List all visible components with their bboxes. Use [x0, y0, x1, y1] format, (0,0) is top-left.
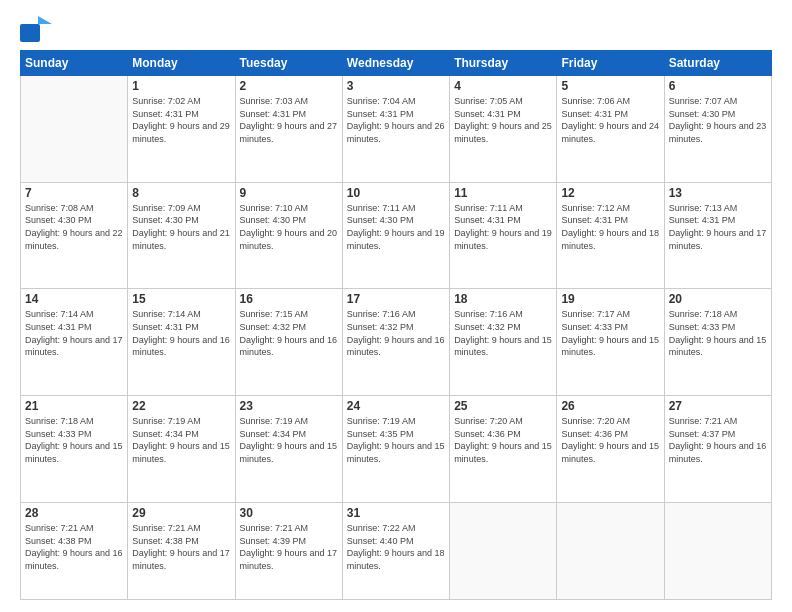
day-info: Sunrise: 7:22 AM Sunset: 4:40 PM Dayligh…: [347, 522, 445, 572]
day-info: Sunrise: 7:19 AM Sunset: 4:34 PM Dayligh…: [132, 415, 230, 465]
day-number: 11: [454, 186, 552, 200]
weekday-header-sunday: Sunday: [21, 51, 128, 76]
day-number: 17: [347, 292, 445, 306]
day-info: Sunrise: 7:04 AM Sunset: 4:31 PM Dayligh…: [347, 95, 445, 145]
day-info: Sunrise: 7:03 AM Sunset: 4:31 PM Dayligh…: [240, 95, 338, 145]
calendar-cell: 30Sunrise: 7:21 AM Sunset: 4:39 PM Dayli…: [235, 502, 342, 599]
day-number: 12: [561, 186, 659, 200]
weekday-header-monday: Monday: [128, 51, 235, 76]
day-info: Sunrise: 7:13 AM Sunset: 4:31 PM Dayligh…: [669, 202, 767, 252]
calendar-cell: 18Sunrise: 7:16 AM Sunset: 4:32 PM Dayli…: [450, 289, 557, 396]
day-number: 9: [240, 186, 338, 200]
day-info: Sunrise: 7:18 AM Sunset: 4:33 PM Dayligh…: [25, 415, 123, 465]
day-number: 15: [132, 292, 230, 306]
calendar-week-row: 7Sunrise: 7:08 AM Sunset: 4:30 PM Daylig…: [21, 182, 772, 289]
day-info: Sunrise: 7:15 AM Sunset: 4:32 PM Dayligh…: [240, 308, 338, 358]
day-number: 8: [132, 186, 230, 200]
calendar-cell: 23Sunrise: 7:19 AM Sunset: 4:34 PM Dayli…: [235, 396, 342, 503]
day-number: 10: [347, 186, 445, 200]
calendar-cell: 29Sunrise: 7:21 AM Sunset: 4:38 PM Dayli…: [128, 502, 235, 599]
day-number: 30: [240, 506, 338, 520]
calendar-cell: 20Sunrise: 7:18 AM Sunset: 4:33 PM Dayli…: [664, 289, 771, 396]
day-number: 19: [561, 292, 659, 306]
day-info: Sunrise: 7:21 AM Sunset: 4:38 PM Dayligh…: [132, 522, 230, 572]
day-info: Sunrise: 7:12 AM Sunset: 4:31 PM Dayligh…: [561, 202, 659, 252]
day-info: Sunrise: 7:20 AM Sunset: 4:36 PM Dayligh…: [561, 415, 659, 465]
calendar-cell: [450, 502, 557, 599]
calendar-cell: 7Sunrise: 7:08 AM Sunset: 4:30 PM Daylig…: [21, 182, 128, 289]
day-number: 22: [132, 399, 230, 413]
header: [20, 16, 772, 42]
calendar-cell: 31Sunrise: 7:22 AM Sunset: 4:40 PM Dayli…: [342, 502, 449, 599]
day-info: Sunrise: 7:18 AM Sunset: 4:33 PM Dayligh…: [669, 308, 767, 358]
svg-marker-1: [38, 16, 52, 24]
calendar-cell: 8Sunrise: 7:09 AM Sunset: 4:30 PM Daylig…: [128, 182, 235, 289]
calendar-cell: 1Sunrise: 7:02 AM Sunset: 4:31 PM Daylig…: [128, 76, 235, 183]
logo: [20, 16, 54, 42]
calendar-cell: 21Sunrise: 7:18 AM Sunset: 4:33 PM Dayli…: [21, 396, 128, 503]
calendar-cell: 15Sunrise: 7:14 AM Sunset: 4:31 PM Dayli…: [128, 289, 235, 396]
day-info: Sunrise: 7:02 AM Sunset: 4:31 PM Dayligh…: [132, 95, 230, 145]
calendar-cell: 28Sunrise: 7:21 AM Sunset: 4:38 PM Dayli…: [21, 502, 128, 599]
day-info: Sunrise: 7:16 AM Sunset: 4:32 PM Dayligh…: [454, 308, 552, 358]
weekday-header-saturday: Saturday: [664, 51, 771, 76]
day-info: Sunrise: 7:17 AM Sunset: 4:33 PM Dayligh…: [561, 308, 659, 358]
weekday-header-tuesday: Tuesday: [235, 51, 342, 76]
calendar-cell: 12Sunrise: 7:12 AM Sunset: 4:31 PM Dayli…: [557, 182, 664, 289]
day-number: 5: [561, 79, 659, 93]
calendar-week-row: 28Sunrise: 7:21 AM Sunset: 4:38 PM Dayli…: [21, 502, 772, 599]
day-number: 21: [25, 399, 123, 413]
weekday-header-thursday: Thursday: [450, 51, 557, 76]
day-info: Sunrise: 7:08 AM Sunset: 4:30 PM Dayligh…: [25, 202, 123, 252]
day-info: Sunrise: 7:16 AM Sunset: 4:32 PM Dayligh…: [347, 308, 445, 358]
day-number: 7: [25, 186, 123, 200]
day-info: Sunrise: 7:05 AM Sunset: 4:31 PM Dayligh…: [454, 95, 552, 145]
calendar-cell: 14Sunrise: 7:14 AM Sunset: 4:31 PM Dayli…: [21, 289, 128, 396]
day-number: 13: [669, 186, 767, 200]
day-number: 25: [454, 399, 552, 413]
calendar-cell: 11Sunrise: 7:11 AM Sunset: 4:31 PM Dayli…: [450, 182, 557, 289]
day-number: 29: [132, 506, 230, 520]
day-info: Sunrise: 7:14 AM Sunset: 4:31 PM Dayligh…: [132, 308, 230, 358]
calendar-cell: 27Sunrise: 7:21 AM Sunset: 4:37 PM Dayli…: [664, 396, 771, 503]
calendar-table: SundayMondayTuesdayWednesdayThursdayFrid…: [20, 50, 772, 600]
calendar-cell: 24Sunrise: 7:19 AM Sunset: 4:35 PM Dayli…: [342, 396, 449, 503]
calendar-cell: 10Sunrise: 7:11 AM Sunset: 4:30 PM Dayli…: [342, 182, 449, 289]
day-number: 1: [132, 79, 230, 93]
calendar-cell: 13Sunrise: 7:13 AM Sunset: 4:31 PM Dayli…: [664, 182, 771, 289]
day-number: 16: [240, 292, 338, 306]
day-info: Sunrise: 7:21 AM Sunset: 4:38 PM Dayligh…: [25, 522, 123, 572]
calendar-cell: [557, 502, 664, 599]
day-info: Sunrise: 7:21 AM Sunset: 4:37 PM Dayligh…: [669, 415, 767, 465]
calendar-week-row: 1Sunrise: 7:02 AM Sunset: 4:31 PM Daylig…: [21, 76, 772, 183]
day-number: 3: [347, 79, 445, 93]
day-number: 18: [454, 292, 552, 306]
calendar-cell: 3Sunrise: 7:04 AM Sunset: 4:31 PM Daylig…: [342, 76, 449, 183]
calendar-cell: 22Sunrise: 7:19 AM Sunset: 4:34 PM Dayli…: [128, 396, 235, 503]
day-number: 31: [347, 506, 445, 520]
calendar-week-row: 14Sunrise: 7:14 AM Sunset: 4:31 PM Dayli…: [21, 289, 772, 396]
calendar-cell: 2Sunrise: 7:03 AM Sunset: 4:31 PM Daylig…: [235, 76, 342, 183]
day-info: Sunrise: 7:06 AM Sunset: 4:31 PM Dayligh…: [561, 95, 659, 145]
day-number: 23: [240, 399, 338, 413]
day-info: Sunrise: 7:19 AM Sunset: 4:34 PM Dayligh…: [240, 415, 338, 465]
day-info: Sunrise: 7:09 AM Sunset: 4:30 PM Dayligh…: [132, 202, 230, 252]
logo-icon: [20, 16, 52, 42]
page: SundayMondayTuesdayWednesdayThursdayFrid…: [0, 0, 792, 612]
day-number: 6: [669, 79, 767, 93]
day-number: 2: [240, 79, 338, 93]
day-info: Sunrise: 7:10 AM Sunset: 4:30 PM Dayligh…: [240, 202, 338, 252]
day-number: 14: [25, 292, 123, 306]
calendar-cell: [21, 76, 128, 183]
weekday-header-friday: Friday: [557, 51, 664, 76]
calendar-cell: 26Sunrise: 7:20 AM Sunset: 4:36 PM Dayli…: [557, 396, 664, 503]
svg-rect-0: [20, 24, 40, 42]
day-info: Sunrise: 7:11 AM Sunset: 4:30 PM Dayligh…: [347, 202, 445, 252]
day-info: Sunrise: 7:14 AM Sunset: 4:31 PM Dayligh…: [25, 308, 123, 358]
calendar-week-row: 21Sunrise: 7:18 AM Sunset: 4:33 PM Dayli…: [21, 396, 772, 503]
day-info: Sunrise: 7:11 AM Sunset: 4:31 PM Dayligh…: [454, 202, 552, 252]
calendar-cell: 5Sunrise: 7:06 AM Sunset: 4:31 PM Daylig…: [557, 76, 664, 183]
day-number: 28: [25, 506, 123, 520]
calendar-cell: 19Sunrise: 7:17 AM Sunset: 4:33 PM Dayli…: [557, 289, 664, 396]
day-info: Sunrise: 7:19 AM Sunset: 4:35 PM Dayligh…: [347, 415, 445, 465]
